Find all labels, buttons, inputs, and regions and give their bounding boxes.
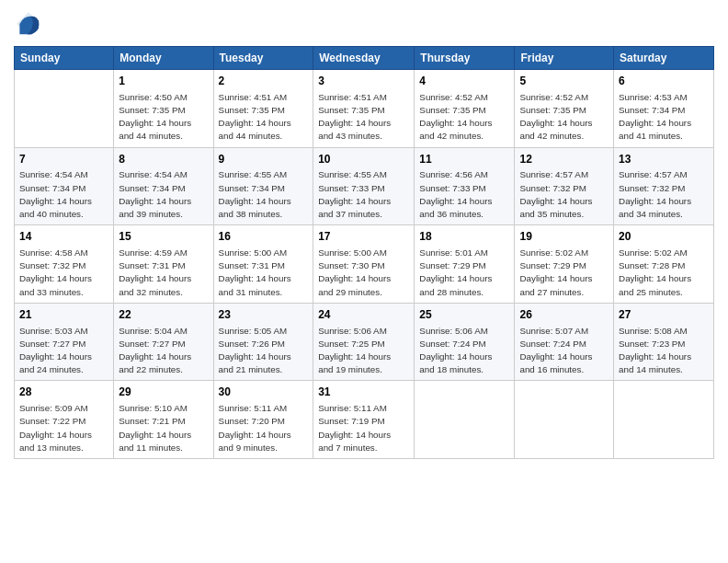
day-info: Sunrise: 5:02 AM Sunset: 7:29 PM Dayligh… bbox=[519, 247, 609, 299]
weekday-header-friday: Friday bbox=[515, 47, 614, 70]
calendar-cell: 18Sunrise: 5:01 AM Sunset: 7:29 PM Dayli… bbox=[415, 225, 515, 304]
day-info: Sunrise: 4:56 AM Sunset: 7:33 PM Dayligh… bbox=[419, 168, 509, 221]
weekday-header-saturday: Saturday bbox=[614, 47, 714, 70]
day-info: Sunrise: 5:00 AM Sunset: 7:30 PM Dayligh… bbox=[318, 247, 409, 299]
day-info: Sunrise: 5:10 AM Sunset: 7:21 PM Dayligh… bbox=[119, 402, 208, 454]
calendar-cell: 5Sunrise: 4:52 AM Sunset: 7:35 PM Daylig… bbox=[515, 70, 614, 148]
logo-icon bbox=[14, 9, 43, 39]
calendar-cell: 10Sunrise: 4:55 AM Sunset: 7:33 PM Dayli… bbox=[313, 147, 415, 225]
calendar-cell: 9Sunrise: 4:55 AM Sunset: 7:34 PM Daylig… bbox=[213, 147, 313, 225]
day-number: 10 bbox=[318, 152, 409, 167]
calendar-cell: 11Sunrise: 4:56 AM Sunset: 7:33 PM Dayli… bbox=[415, 147, 515, 225]
calendar-cell: 28Sunrise: 5:09 AM Sunset: 7:22 PM Dayli… bbox=[15, 381, 114, 459]
day-number: 18 bbox=[419, 229, 509, 245]
week-row-2: 7Sunrise: 4:54 AM Sunset: 7:34 PM Daylig… bbox=[15, 147, 714, 225]
day-info: Sunrise: 5:01 AM Sunset: 7:29 PM Dayligh… bbox=[419, 247, 509, 299]
calendar-cell: 22Sunrise: 5:04 AM Sunset: 7:27 PM Dayli… bbox=[114, 303, 213, 381]
calendar-cell: 26Sunrise: 5:07 AM Sunset: 7:24 PM Dayli… bbox=[515, 303, 614, 381]
week-row-3: 14Sunrise: 4:58 AM Sunset: 7:32 PM Dayli… bbox=[15, 225, 714, 304]
day-number: 1 bbox=[119, 74, 208, 89]
calendar-table: SundayMondayTuesdayWednesdayThursdayFrid… bbox=[14, 46, 714, 459]
calendar-cell: 25Sunrise: 5:06 AM Sunset: 7:24 PM Dayli… bbox=[415, 303, 515, 381]
day-info: Sunrise: 4:57 AM Sunset: 7:32 PM Dayligh… bbox=[619, 168, 709, 221]
day-info: Sunrise: 4:52 AM Sunset: 7:35 PM Dayligh… bbox=[419, 91, 509, 144]
day-number: 9 bbox=[219, 152, 309, 167]
day-number: 25 bbox=[419, 307, 509, 323]
day-number: 20 bbox=[619, 229, 709, 245]
day-number: 28 bbox=[19, 385, 108, 400]
calendar-cell: 2Sunrise: 4:51 AM Sunset: 7:35 PM Daylig… bbox=[213, 70, 313, 148]
day-info: Sunrise: 4:57 AM Sunset: 7:32 PM Dayligh… bbox=[519, 168, 609, 221]
calendar-cell bbox=[415, 381, 515, 459]
day-number: 8 bbox=[119, 152, 208, 167]
day-number: 15 bbox=[119, 229, 208, 245]
day-info: Sunrise: 4:58 AM Sunset: 7:32 PM Dayligh… bbox=[19, 247, 108, 299]
day-info: Sunrise: 4:54 AM Sunset: 7:34 PM Dayligh… bbox=[119, 168, 208, 221]
day-info: Sunrise: 5:00 AM Sunset: 7:31 PM Dayligh… bbox=[219, 247, 309, 299]
day-number: 24 bbox=[318, 307, 409, 323]
week-row-4: 21Sunrise: 5:03 AM Sunset: 7:27 PM Dayli… bbox=[15, 303, 714, 381]
calendar-cell: 30Sunrise: 5:11 AM Sunset: 7:20 PM Dayli… bbox=[213, 381, 313, 459]
day-info: Sunrise: 4:51 AM Sunset: 7:35 PM Dayligh… bbox=[318, 91, 409, 144]
day-number: 29 bbox=[119, 385, 208, 400]
logo bbox=[14, 9, 47, 39]
week-row-5: 28Sunrise: 5:09 AM Sunset: 7:22 PM Dayli… bbox=[15, 381, 714, 459]
day-number: 16 bbox=[219, 229, 309, 245]
calendar-cell: 24Sunrise: 5:06 AM Sunset: 7:25 PM Dayli… bbox=[313, 303, 415, 381]
calendar-cell: 14Sunrise: 4:58 AM Sunset: 7:32 PM Dayli… bbox=[15, 225, 114, 304]
day-number: 21 bbox=[19, 307, 108, 323]
calendar-cell: 21Sunrise: 5:03 AM Sunset: 7:27 PM Dayli… bbox=[15, 303, 114, 381]
day-info: Sunrise: 4:50 AM Sunset: 7:35 PM Dayligh… bbox=[119, 91, 208, 144]
day-number: 2 bbox=[219, 74, 309, 89]
day-info: Sunrise: 5:09 AM Sunset: 7:22 PM Dayligh… bbox=[19, 402, 108, 454]
day-number: 7 bbox=[19, 152, 108, 167]
day-number: 22 bbox=[119, 307, 208, 323]
calendar-cell: 6Sunrise: 4:53 AM Sunset: 7:34 PM Daylig… bbox=[614, 70, 714, 148]
calendar-cell: 3Sunrise: 4:51 AM Sunset: 7:35 PM Daylig… bbox=[313, 70, 415, 148]
day-info: Sunrise: 5:07 AM Sunset: 7:24 PM Dayligh… bbox=[519, 325, 609, 377]
day-number: 13 bbox=[619, 152, 709, 167]
calendar-cell: 8Sunrise: 4:54 AM Sunset: 7:34 PM Daylig… bbox=[114, 147, 213, 225]
day-info: Sunrise: 5:06 AM Sunset: 7:25 PM Dayligh… bbox=[318, 325, 409, 377]
header bbox=[14, 9, 714, 39]
day-number: 11 bbox=[419, 152, 509, 167]
calendar-cell: 23Sunrise: 5:05 AM Sunset: 7:26 PM Dayli… bbox=[213, 303, 313, 381]
day-number: 12 bbox=[519, 152, 609, 167]
calendar-cell: 31Sunrise: 5:11 AM Sunset: 7:19 PM Dayli… bbox=[313, 381, 415, 459]
calendar-cell: 16Sunrise: 5:00 AM Sunset: 7:31 PM Dayli… bbox=[213, 225, 313, 304]
page: SundayMondayTuesdayWednesdayThursdayFrid… bbox=[0, 0, 728, 563]
day-info: Sunrise: 4:59 AM Sunset: 7:31 PM Dayligh… bbox=[119, 247, 208, 299]
calendar-cell bbox=[614, 381, 714, 459]
weekday-header-thursday: Thursday bbox=[415, 47, 515, 70]
weekday-header-tuesday: Tuesday bbox=[213, 47, 313, 70]
calendar-cell: 20Sunrise: 5:02 AM Sunset: 7:28 PM Dayli… bbox=[614, 225, 714, 304]
weekday-header-row: SundayMondayTuesdayWednesdayThursdayFrid… bbox=[15, 47, 714, 70]
day-number: 5 bbox=[519, 74, 609, 89]
day-info: Sunrise: 5:08 AM Sunset: 7:23 PM Dayligh… bbox=[619, 325, 709, 377]
calendar-cell: 29Sunrise: 5:10 AM Sunset: 7:21 PM Dayli… bbox=[114, 381, 213, 459]
week-row-1: 1Sunrise: 4:50 AM Sunset: 7:35 PM Daylig… bbox=[15, 70, 714, 148]
calendar-cell bbox=[15, 70, 114, 148]
day-info: Sunrise: 5:02 AM Sunset: 7:28 PM Dayligh… bbox=[619, 247, 709, 299]
day-number: 27 bbox=[619, 307, 709, 323]
day-info: Sunrise: 5:03 AM Sunset: 7:27 PM Dayligh… bbox=[19, 325, 108, 377]
day-number: 4 bbox=[419, 74, 509, 89]
day-info: Sunrise: 4:55 AM Sunset: 7:33 PM Dayligh… bbox=[318, 168, 409, 221]
day-info: Sunrise: 4:51 AM Sunset: 7:35 PM Dayligh… bbox=[219, 91, 309, 144]
day-number: 6 bbox=[619, 74, 709, 89]
day-number: 31 bbox=[318, 385, 409, 400]
calendar-cell: 15Sunrise: 4:59 AM Sunset: 7:31 PM Dayli… bbox=[114, 225, 213, 304]
day-number: 17 bbox=[318, 229, 409, 245]
calendar-cell bbox=[515, 381, 614, 459]
weekday-header-monday: Monday bbox=[114, 47, 213, 70]
day-info: Sunrise: 5:11 AM Sunset: 7:20 PM Dayligh… bbox=[219, 402, 309, 454]
calendar-cell: 7Sunrise: 4:54 AM Sunset: 7:34 PM Daylig… bbox=[15, 147, 114, 225]
calendar-cell: 17Sunrise: 5:00 AM Sunset: 7:30 PM Dayli… bbox=[313, 225, 415, 304]
calendar-cell: 27Sunrise: 5:08 AM Sunset: 7:23 PM Dayli… bbox=[614, 303, 714, 381]
calendar-cell: 19Sunrise: 5:02 AM Sunset: 7:29 PM Dayli… bbox=[515, 225, 614, 304]
day-info: Sunrise: 5:11 AM Sunset: 7:19 PM Dayligh… bbox=[318, 402, 409, 454]
day-info: Sunrise: 4:54 AM Sunset: 7:34 PM Dayligh… bbox=[19, 168, 108, 221]
day-info: Sunrise: 5:06 AM Sunset: 7:24 PM Dayligh… bbox=[419, 325, 509, 377]
day-number: 26 bbox=[519, 307, 609, 323]
calendar-cell: 4Sunrise: 4:52 AM Sunset: 7:35 PM Daylig… bbox=[415, 70, 515, 148]
